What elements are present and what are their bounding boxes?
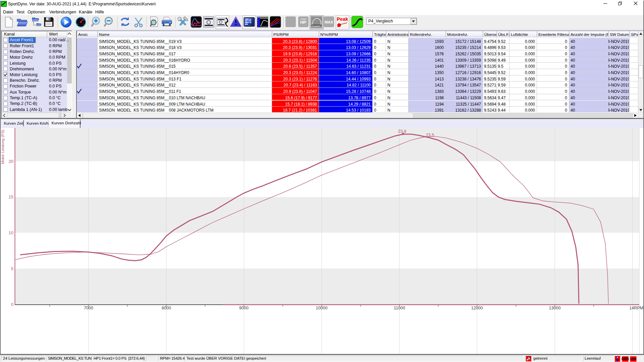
svg-text:Peak: Peak — [337, 16, 348, 22]
svg-text:xDS: xDS — [630, 357, 636, 361]
svg-text:8000: 8000 — [162, 306, 171, 310]
svg-text:HP: HP — [300, 20, 306, 25]
svg-text:7000: 7000 — [84, 306, 93, 310]
svg-text:9000: 9000 — [239, 306, 249, 310]
svg-text:15: 15 — [9, 194, 13, 199]
svg-text:11000: 11000 — [394, 306, 405, 310]
svg-text:10000: 10000 — [316, 306, 328, 310]
svg-text:0: 0 — [11, 302, 13, 307]
svg-text:12000: 12000 — [471, 306, 483, 310]
svg-text:MAX: MAX — [325, 20, 333, 24]
svg-text:23.8: 23.8 — [398, 129, 406, 134]
svg-text:14RPM: 14RPM — [629, 306, 643, 310]
svg-text:10: 10 — [9, 230, 13, 235]
svg-text:OBD: OBD — [622, 357, 629, 361]
svg-text:5: 5 — [11, 266, 13, 271]
svg-text:20: 20 — [9, 159, 13, 164]
svg-text:Motor Leistung (PS): Motor Leistung (PS) — [1, 130, 5, 164]
svg-text:13000: 13000 — [549, 306, 561, 310]
svg-text:23.5: 23.5 — [426, 133, 434, 137]
